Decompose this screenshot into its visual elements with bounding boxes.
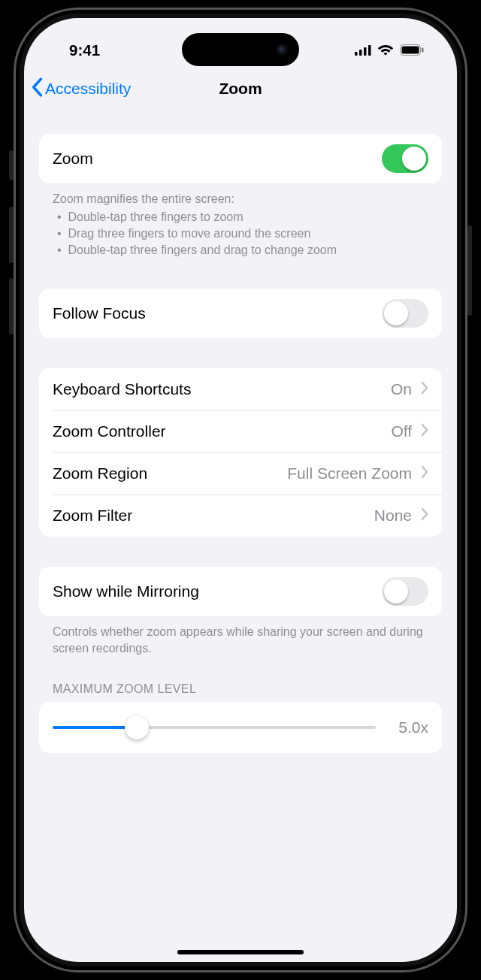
- chevron-right-icon: [421, 380, 428, 398]
- back-button[interactable]: Accessibility: [30, 77, 131, 101]
- row-label: Show while Mirroring: [53, 582, 199, 600]
- zoom-desc-item: Double-tap three fingers and drag to cha…: [57, 242, 428, 259]
- max-zoom-value: 5.0x: [388, 718, 428, 737]
- chevron-right-icon: [421, 507, 428, 525]
- row-value: Full Screen Zoom: [287, 464, 412, 482]
- battery-icon: [400, 41, 424, 59]
- row-label: Keyboard Shortcuts: [53, 380, 191, 398]
- row-zoom-controller[interactable]: Zoom Controller Off: [39, 410, 442, 452]
- section-header-max-zoom: MAXIMUM ZOOM LEVEL: [39, 657, 442, 702]
- svg-rect-1: [359, 50, 362, 56]
- phone-frame: 9:41 Accessibility Zoom: [14, 8, 467, 972]
- row-follow-focus[interactable]: Follow Focus: [39, 289, 442, 338]
- chevron-right-icon: [421, 422, 428, 440]
- svg-rect-3: [368, 45, 371, 56]
- group-max-zoom: 5.0x: [39, 702, 442, 753]
- row-label: Zoom Region: [53, 464, 147, 482]
- svg-rect-2: [364, 47, 367, 56]
- mirroring-description: Controls whether zoom appears while shar…: [39, 616, 442, 657]
- nav-bar: Accessibility Zoom: [24, 65, 457, 108]
- row-zoom[interactable]: Zoom: [39, 134, 442, 183]
- follow-focus-switch[interactable]: [382, 299, 428, 328]
- row-label: Zoom Filter: [53, 507, 132, 525]
- row-label: Zoom: [53, 150, 93, 168]
- group-zoom-toggle: Zoom: [39, 134, 442, 183]
- row-show-while-mirroring[interactable]: Show while Mirroring: [39, 567, 442, 616]
- zoom-desc-item: Drag three fingers to move around the sc…: [57, 225, 428, 242]
- status-time: 9:41: [69, 41, 100, 59]
- row-zoom-region[interactable]: Zoom Region Full Screen Zoom: [39, 452, 442, 495]
- cellular-icon: [355, 41, 371, 59]
- zoom-switch[interactable]: [382, 144, 428, 173]
- chevron-back-icon: [30, 77, 44, 101]
- row-label: Follow Focus: [53, 304, 146, 322]
- group-mirroring: Show while Mirroring: [39, 567, 442, 616]
- row-keyboard-shortcuts[interactable]: Keyboard Shortcuts On: [39, 368, 442, 410]
- zoom-description: Zoom magnifies the entire screen: Double…: [39, 183, 442, 259]
- nav-title: Zoom: [219, 80, 262, 98]
- chevron-right-icon: [421, 464, 428, 482]
- row-label: Zoom Controller: [53, 422, 166, 440]
- row-value: None: [374, 507, 412, 525]
- svg-rect-5: [402, 47, 419, 54]
- svg-rect-6: [422, 48, 424, 53]
- home-indicator[interactable]: [177, 950, 304, 954]
- max-zoom-slider[interactable]: [53, 715, 376, 740]
- dynamic-island: [182, 33, 299, 66]
- screen: 9:41 Accessibility Zoom: [24, 18, 457, 962]
- mirroring-switch[interactable]: [382, 577, 428, 606]
- wifi-icon: [377, 41, 394, 59]
- row-value: On: [391, 380, 412, 398]
- svg-rect-0: [355, 52, 358, 56]
- back-label: Accessibility: [45, 80, 131, 98]
- row-value: Off: [391, 422, 412, 440]
- row-zoom-filter[interactable]: Zoom Filter None: [39, 495, 442, 537]
- group-follow-focus: Follow Focus: [39, 289, 442, 338]
- group-zoom-options: Keyboard Shortcuts On Zoom Controller Of…: [39, 368, 442, 537]
- zoom-desc-item: Double-tap three fingers to zoom: [57, 209, 428, 225]
